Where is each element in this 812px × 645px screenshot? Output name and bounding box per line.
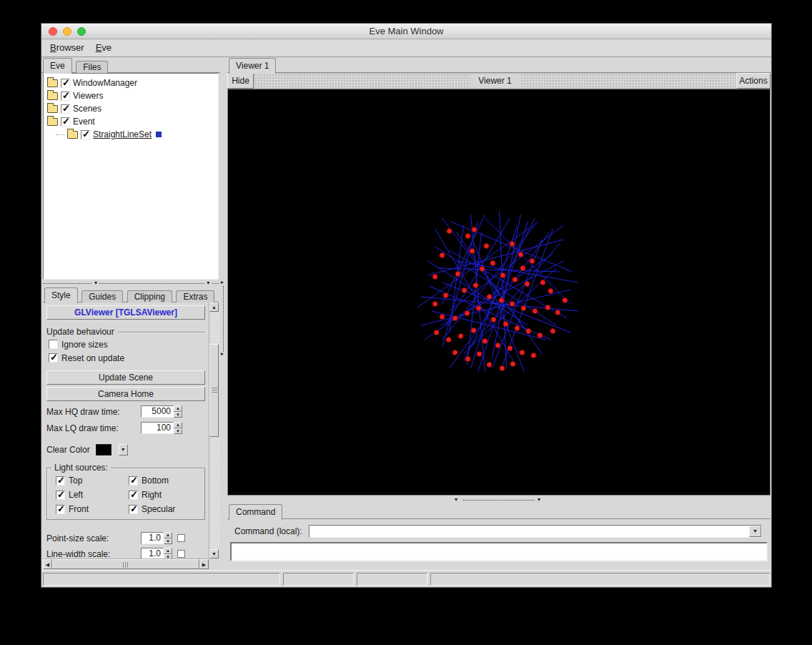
number-entry[interactable]: 1.0 (141, 548, 164, 558)
spin-up-button[interactable]: ▲ (164, 548, 172, 554)
checkbox-label: Reset on update (61, 353, 124, 363)
light-source-front[interactable]: Front (56, 504, 129, 514)
style-tab-bar: Style Guides Clipping Extras (43, 287, 219, 302)
tree-item[interactable]: Scenes (45, 102, 217, 115)
spin-down-button[interactable]: ▼ (164, 538, 172, 545)
max-hq-spinner[interactable]: 5000 ▲ ▼ (141, 405, 182, 418)
statusbar (41, 570, 771, 587)
tab-eve[interactable]: Eve (43, 58, 72, 74)
sidebar-viewer-splitter[interactable]: ▸ ▸ (220, 57, 227, 570)
menu-browser[interactable]: Browser (44, 40, 90, 56)
style-horizontal-scrollbar[interactable]: ◀ ▶ (43, 558, 209, 569)
checkbox[interactable] (56, 491, 65, 500)
light-source-right[interactable]: Right (129, 490, 202, 500)
update-scene-button[interactable]: Update Scene (46, 370, 205, 385)
scroll-up-icon[interactable]: ▲ (209, 302, 219, 312)
actions-button[interactable]: Actions (736, 73, 771, 89)
camera-home-button[interactable]: Camera Home (46, 387, 205, 401)
minimize-button[interactable] (63, 27, 71, 36)
divider (118, 332, 205, 333)
reset-on-update-checkbox[interactable] (49, 353, 58, 363)
tree-item-label[interactable]: Event (73, 117, 95, 127)
status-cell (283, 573, 354, 586)
tree-style-splitter[interactable]: ▾ ▾ (43, 280, 219, 287)
scrollbar-thumb[interactable] (52, 559, 199, 569)
combo-dropdown-icon[interactable]: ▼ (749, 526, 761, 537)
field-label: Point-size scale: (46, 533, 141, 543)
gl-scene-svg (228, 89, 770, 495)
viewer-command-splitter[interactable]: ▾ ▾ (227, 496, 771, 503)
tree-item-label[interactable]: Viewers (73, 91, 103, 101)
light-source-top[interactable]: Top (56, 476, 129, 486)
folder-open-icon (47, 118, 58, 126)
number-entry[interactable]: 1.0 (141, 532, 164, 544)
tree-item-label[interactable]: WindowManager (73, 78, 137, 88)
tree-item-label[interactable]: Scenes (73, 104, 102, 114)
light-source-left[interactable]: Left (56, 490, 129, 500)
ignore-sizes-row[interactable]: Ignore sizes (49, 338, 205, 350)
tree-item-checkbox[interactable] (61, 92, 70, 101)
point-size-checkbox[interactable] (177, 534, 185, 542)
folder-icon (47, 79, 58, 87)
hide-button[interactable]: Hide (227, 73, 254, 89)
checkbox[interactable] (129, 491, 138, 500)
line-width-spinner[interactable]: 1.0 ▲ ▼ (141, 548, 172, 558)
spin-up-button[interactable]: ▲ (174, 405, 182, 412)
checkbox[interactable] (129, 476, 138, 486)
light-source-specular[interactable]: Specular (129, 504, 202, 514)
viewer-title: Viewer 1 (470, 74, 520, 88)
style-vertical-scrollbar[interactable]: ▲ ▼ (209, 302, 219, 558)
command-output[interactable] (230, 542, 768, 561)
line-width-checkbox[interactable] (177, 550, 185, 558)
tree-item-checkbox[interactable] (81, 130, 90, 139)
tree-item[interactable]: StraightLineSet (45, 128, 217, 141)
menu-eve[interactable]: Eve (90, 40, 117, 56)
number-entry[interactable]: 100 (141, 422, 174, 434)
zoom-button[interactable] (77, 27, 86, 36)
clear-color-swatch[interactable] (96, 444, 112, 456)
number-entry[interactable]: 5000 (141, 405, 174, 418)
color-dropdown-button[interactable]: ▼ (119, 444, 128, 456)
point-size-spinner[interactable]: 1.0 ▲ ▼ (141, 532, 172, 544)
tree-item-checkbox[interactable] (61, 79, 70, 88)
close-button[interactable] (49, 27, 57, 36)
eve-tree[interactable]: WindowManagerViewersScenesEventStraightL… (43, 73, 219, 280)
tree-item[interactable]: Event (45, 115, 217, 128)
spin-down-button[interactable]: ▼ (174, 428, 182, 435)
eve-main-window: Eve Main Window Browser Eve Eve Files Wi… (41, 23, 772, 588)
tree-item[interactable]: Viewers (45, 89, 217, 102)
command-label: Command (local): (234, 526, 302, 536)
spin-up-button[interactable]: ▲ (174, 422, 182, 428)
tab-style[interactable]: Style (44, 287, 78, 303)
command-row: Command (local): ▼ (234, 525, 762, 538)
titlebar[interactable]: Eve Main Window (41, 24, 771, 39)
scroll-left-icon[interactable]: ◀ (43, 559, 52, 569)
tab-command[interactable]: Command (229, 504, 282, 520)
scroll-down-icon[interactable]: ▼ (209, 549, 219, 558)
checkbox[interactable] (56, 505, 65, 514)
command-combobox[interactable]: ▼ (309, 525, 762, 538)
reset-on-update-row[interactable]: Reset on update (49, 352, 205, 364)
tree-item[interactable]: WindowManager (45, 77, 217, 89)
scrollbar-thumb[interactable] (209, 344, 219, 437)
viewer-title-bar[interactable]: Viewer 1 (254, 73, 736, 89)
tab-viewer-1[interactable]: Viewer 1 (229, 58, 276, 74)
command-tab-bar: Command (227, 503, 771, 519)
max-lq-spinner[interactable]: 100 ▲ ▼ (141, 422, 182, 434)
ignore-sizes-checkbox[interactable] (49, 340, 58, 349)
gl-viewport[interactable] (227, 89, 771, 496)
folder-icon (47, 92, 58, 100)
checkbox[interactable] (129, 505, 138, 514)
light-source-bottom[interactable]: Bottom (129, 476, 202, 486)
sidebar-tab-bar: Eve Files (41, 57, 220, 73)
scroll-right-icon[interactable]: ▶ (199, 559, 209, 569)
spin-down-button[interactable]: ▼ (174, 412, 182, 418)
command-input[interactable] (310, 526, 748, 537)
splitter-arrow-icon: ▾ (455, 496, 457, 503)
tree-item-label[interactable]: StraightLineSet (93, 129, 152, 139)
checkbox-label: Bottom (142, 476, 169, 486)
spin-up-button[interactable]: ▲ (164, 532, 172, 538)
tree-item-checkbox[interactable] (61, 104, 70, 114)
tree-item-checkbox[interactable] (61, 117, 70, 127)
checkbox[interactable] (56, 476, 65, 486)
